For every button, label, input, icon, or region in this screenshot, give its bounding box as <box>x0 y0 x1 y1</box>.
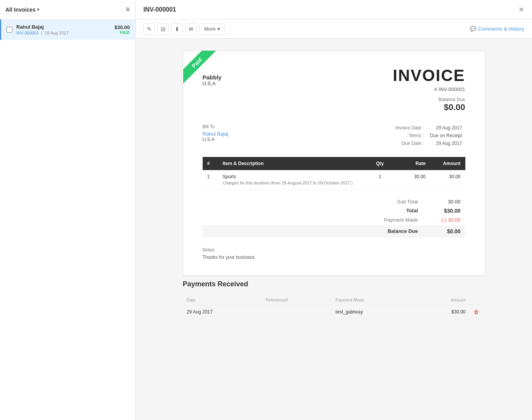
row-amount: 30.00 <box>430 170 465 189</box>
payment-row: 29 Aug 2017 test_gateway $30.00 🗑 <box>183 305 485 319</box>
edit-icon: ✎ <box>147 26 152 32</box>
download-icon: ⬇ <box>175 26 179 32</box>
invoice-date-value: 29 Aug 2017 <box>427 124 465 132</box>
sidebar-title[interactable]: All Invoices ▾ <box>5 7 39 13</box>
download-button[interactable]: ⬇ <box>171 23 183 35</box>
topbar-title: INV-000001 <box>143 6 176 13</box>
row-item: Sports Charges for this duration (from 2… <box>218 170 365 189</box>
payments-title: Payments Received <box>183 276 485 291</box>
col-header-item: Item & Description <box>218 157 365 170</box>
totals-section: Sub Total 30.00 Total $30.00 Payment Mad… <box>203 197 465 238</box>
payment-mode: test_gateway <box>332 305 417 319</box>
invoice-meta: Bill To Rahul Bajaj U.S.A Invoice Date :… <box>203 124 465 147</box>
topbar: INV-000001 ✕ <box>136 0 532 19</box>
balance-due-row-label: Balance Due <box>356 228 418 234</box>
print-button[interactable]: ⊟ <box>157 23 169 35</box>
chevron-down-icon: ▾ <box>37 7 39 12</box>
paid-ribbon: Paid <box>183 51 222 90</box>
invoice-date: 29 Aug 2017 <box>45 31 69 35</box>
table-row: 1 Sports Charges for this duration (from… <box>203 170 465 189</box>
invoice-customer-name: Rahul Bajaj <box>16 24 114 30</box>
due-date-label: Due Date : <box>392 139 427 147</box>
notes-section: Notes Thanks for your business. <box>203 247 465 260</box>
payment-made-value: (-) 30.00 <box>430 217 461 223</box>
item-description: Charges for this duration (from 29-Augus… <box>223 181 360 185</box>
bill-to-section: Bill To Rahul Bajaj U.S.A <box>203 124 229 147</box>
menu-icon[interactable]: ≡ <box>126 5 130 14</box>
sidebar-header: All Invoices ▾ ≡ <box>0 0 135 19</box>
row-qty: 1 <box>365 170 396 189</box>
payment-delete-cell: 🗑 <box>470 305 485 319</box>
items-table: # Item & Description Qty Rate Amount 1 S… <box>203 157 465 189</box>
email-button[interactable]: ✉ <box>185 23 197 35</box>
sidebar: All Invoices ▾ ≡ Rahul Bajaj INV-000001 … <box>0 0 136 420</box>
invoice-title: INVOICE <box>393 66 465 85</box>
col-header-rate: Rate <box>396 157 430 170</box>
payment-amount: $30.00 <box>417 305 470 319</box>
payments-table: Date Reference# Payment Mode Amount 29 A… <box>183 295 485 319</box>
sidebar-title-text: All Invoices <box>5 7 36 13</box>
invoice-status: PAID <box>114 30 130 35</box>
row-rate: 30.00 <box>396 170 430 189</box>
payment-date: 29 Aug 2017 <box>183 305 262 319</box>
total-label: Total <box>356 208 418 214</box>
invoice-checkbox[interactable] <box>7 27 12 33</box>
invoice-amount: $30.00 <box>114 24 130 30</box>
comments-icon: 💬 <box>470 26 476 32</box>
payment-reference <box>262 305 332 319</box>
more-label: More <box>204 26 216 32</box>
due-date-value: 29 Aug 2017 <box>427 139 465 147</box>
balance-due-header-label: Balance Due <box>393 97 465 102</box>
invoice-sub: INV-000001 | 29 Aug 2017 <box>16 31 114 35</box>
invoice-date-label: Invoice Date : <box>392 124 427 132</box>
edit-button[interactable]: ✎ <box>143 23 155 35</box>
invoice-header: Pabbly U.S.A INVOICE # INV-000001 Balanc… <box>203 66 465 112</box>
chevron-down-icon: ▾ <box>217 26 220 32</box>
item-name: Sports <box>223 174 360 179</box>
total-value: $30.00 <box>430 208 461 214</box>
print-icon: ⊟ <box>161 26 165 32</box>
total-row: Total $30.00 <box>203 206 465 215</box>
payments-col-mode: Payment Mode <box>332 295 417 305</box>
col-header-qty: Qty <box>365 157 396 170</box>
col-header-num: # <box>203 157 218 170</box>
payment-made-row: Payment Made (-) 30.00 <box>203 215 465 224</box>
balance-due-row: Balance Due $0.00 <box>203 225 465 238</box>
row-num: 1 <box>203 170 218 189</box>
balance-due-header-value: $0.00 <box>393 102 465 112</box>
payments-col-ref: Reference# <box>262 295 332 305</box>
invoice-dates: Invoice Date : 29 Aug 2017 Terms : Due o… <box>392 124 465 147</box>
invoice-number: # INV-000001 <box>393 86 465 92</box>
toolbar: ✎ ⊟ ⬇ ✉ More ▾ 💬 Comments & History <box>136 19 532 39</box>
main-content: INV-000001 ✕ ✎ ⊟ ⬇ ✉ More ▾ 💬 Comments & <box>136 0 532 420</box>
invoice-info: Rahul Bajaj INV-000001 | 29 Aug 2017 <box>16 24 114 35</box>
comments-history-link[interactable]: 💬 Comments & History <box>470 26 524 32</box>
invoice-list-item[interactable]: Rahul Bajaj INV-000001 | 29 Aug 2017 $30… <box>0 19 135 40</box>
bill-to-label: Bill To <box>203 124 229 129</box>
close-icon[interactable]: ✕ <box>518 5 524 14</box>
sub-total-row: Sub Total 30.00 <box>203 197 465 206</box>
col-header-amount: Amount <box>430 157 465 170</box>
bill-to-country: U.S.A <box>203 137 229 142</box>
balance-due-row-value: $0.00 <box>430 228 461 234</box>
invoice-right: $30.00 PAID <box>114 24 130 35</box>
payments-section: Payments Received Date Reference# Paymen… <box>183 276 485 319</box>
payment-made-label: Payment Made <box>356 217 418 223</box>
terms-label: Terms : <box>392 132 427 139</box>
comments-label: Comments & History <box>478 26 524 32</box>
delete-payment-icon[interactable]: 🗑 <box>473 309 479 315</box>
ribbon-text: Paid <box>183 51 218 84</box>
notes-text: Thanks for your business. <box>203 255 465 260</box>
payments-col-date: Date <box>183 295 262 305</box>
payments-col-amount: Amount <box>417 295 470 305</box>
invoice-card: Paid Pabbly U.S.A INVOICE # INV-000001 B… <box>183 50 485 276</box>
invoice-area: Paid Pabbly U.S.A INVOICE # INV-000001 B… <box>136 39 532 420</box>
notes-label: Notes <box>203 247 465 253</box>
toolbar-left: ✎ ⊟ ⬇ ✉ More ▾ <box>143 23 225 35</box>
sub-total-label: Sub Total <box>356 199 418 205</box>
sub-total-value: 30.00 <box>430 199 461 205</box>
email-icon: ✉ <box>189 26 193 32</box>
more-button[interactable]: More ▾ <box>199 23 225 34</box>
bill-to-name[interactable]: Rahul Bajaj <box>203 131 229 137</box>
invoice-number-link[interactable]: INV-000001 <box>16 31 39 35</box>
